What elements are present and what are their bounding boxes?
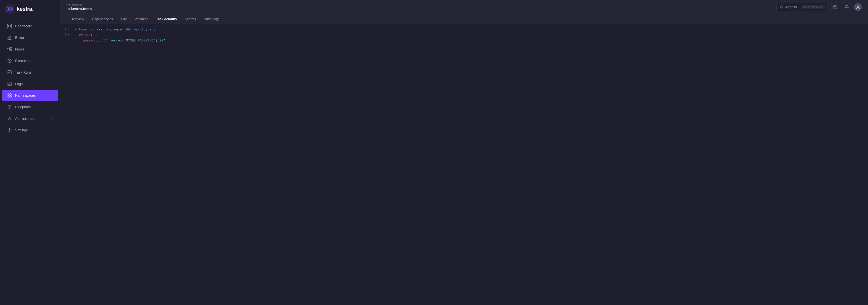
- grid-icon: [7, 24, 12, 29]
- tab-dependencies[interactable]: Dependencies: [88, 14, 117, 24]
- blueprint-icon: [7, 104, 12, 109]
- line-number-2: 2 ∨: [60, 33, 73, 37]
- sidebar-item-label: Editor: [15, 36, 24, 40]
- search-box[interactable]: Jump to... Ctrl/Cmd + K: [776, 3, 828, 11]
- code-line-4: 4 ∨: [60, 44, 868, 49]
- code-line-3: 3 ∨ password: "{{ secret('MYSQL_PASSWORD…: [60, 38, 868, 44]
- line-content-2: values:: [73, 33, 868, 37]
- help-icon: [833, 5, 837, 9]
- tab-overview[interactable]: Overview: [66, 14, 88, 24]
- kestra-logo-icon: [5, 4, 14, 13]
- svg-point-19: [9, 117, 10, 119]
- edit-icon: [7, 35, 12, 40]
- fold-toggle-2[interactable]: ∨: [67, 33, 69, 36]
- sidebar-item-label: Task Runs: [15, 70, 31, 74]
- svg-point-20: [9, 130, 10, 131]
- user-icon: [856, 5, 860, 9]
- svg-rect-5: [10, 24, 11, 26]
- sidebar-item-task-runs[interactable]: Task Runs: [2, 67, 58, 78]
- namespace-icon: [7, 93, 12, 98]
- sidebar-item-label: Dashboard: [15, 24, 32, 28]
- svg-point-25: [857, 6, 859, 7]
- tab-secrets[interactable]: Secrets: [181, 14, 200, 24]
- svg-rect-17: [10, 96, 11, 97]
- search-placeholder: Jump to...: [785, 5, 800, 9]
- logo-area[interactable]: kestra.: [0, 0, 60, 18]
- page-title: io.kestra.tests: [66, 6, 92, 11]
- search-shortcut: Ctrl/Cmd + K: [802, 5, 825, 9]
- sidebar-item-label: Blueprints: [15, 105, 31, 109]
- code-line-2: 2 ∨ values:: [60, 33, 868, 38]
- sidebar-item-flows[interactable]: Flows: [2, 44, 58, 55]
- code-line-1: 1 ∨ - type: io.kestra.plugin.jdbc.mysql.…: [60, 27, 868, 33]
- sidebar-item-label: Administration: [15, 116, 37, 121]
- header-actions: Jump to... Ctrl/Cmd + K: [776, 3, 862, 11]
- sidebar-item-administration[interactable]: Administration ›: [2, 113, 58, 124]
- svg-rect-15: [10, 94, 11, 95]
- line-number-4: 4 ∨: [60, 44, 73, 48]
- sidebar-item-label: Logs: [15, 82, 23, 86]
- notifications-button[interactable]: [842, 3, 851, 11]
- avatar[interactable]: [854, 3, 862, 11]
- sidebar-item-label: Flows: [15, 47, 24, 51]
- line-content-3: password: "{{ secret('MYSQL_PASSWORD') }…: [73, 39, 868, 42]
- tab-variables[interactable]: Variables: [131, 14, 152, 24]
- top-header: Namespaces io.kestra.tests Jump to... Ct…: [60, 0, 868, 14]
- logo-text: kestra.: [17, 6, 33, 12]
- sidebar-item-label: Executions: [15, 59, 32, 63]
- svg-rect-4: [7, 24, 9, 26]
- sidebar-item-label: Namespaces: [15, 94, 36, 98]
- tab-audit-logs[interactable]: Audit Logs: [200, 14, 223, 24]
- nav-items: Dashboard Editor Flows: [0, 18, 60, 305]
- main-content: Namespaces io.kestra.tests Jump to... Ct…: [60, 0, 868, 305]
- sidebar-item-logs[interactable]: Logs: [2, 78, 58, 90]
- svg-rect-8: [7, 48, 9, 49]
- svg-rect-7: [10, 27, 11, 28]
- line-number-1: 1 ∨: [60, 28, 73, 31]
- svg-point-24: [835, 8, 835, 8]
- bell-icon: [844, 5, 849, 9]
- sidebar-item-settings[interactable]: Settings: [2, 125, 58, 136]
- keyboard-icon: [803, 6, 806, 8]
- sidebar-item-blueprints[interactable]: Blueprints: [2, 102, 58, 112]
- log-icon: [7, 81, 12, 87]
- breadcrumb-label: Namespaces: [66, 3, 92, 6]
- tab-task-defaults[interactable]: Task defaults: [152, 14, 181, 24]
- settings-icon: [7, 128, 12, 133]
- tab-edit[interactable]: Edit: [117, 14, 130, 24]
- tabs-bar: Overview Dependencies Edit Variables Tas…: [60, 14, 868, 24]
- fold-toggle-1[interactable]: ∨: [67, 28, 69, 31]
- clock-icon: [7, 58, 12, 63]
- flow-icon: [7, 47, 12, 52]
- svg-rect-12: [8, 71, 11, 74]
- svg-rect-14: [8, 94, 9, 95]
- sidebar-item-dashboard[interactable]: Dashboard: [2, 21, 58, 32]
- sidebar-item-namespaces[interactable]: Namespaces: [2, 90, 58, 101]
- sidebar-item-executions[interactable]: Executions: [2, 55, 58, 66]
- help-button[interactable]: [831, 3, 839, 11]
- svg-rect-22: [804, 6, 806, 8]
- sidebar-item-editor[interactable]: Editor: [2, 32, 58, 43]
- sidebar-item-label: Settings: [15, 128, 28, 132]
- task-icon: [7, 70, 12, 75]
- svg-rect-16: [8, 96, 9, 97]
- line-number-3: 3 ∨: [60, 39, 73, 42]
- breadcrumb: Namespaces io.kestra.tests: [66, 3, 92, 11]
- svg-point-21: [780, 5, 782, 8]
- code-editor[interactable]: 1 ∨ - type: io.kestra.plugin.jdbc.mysql.…: [60, 24, 868, 305]
- svg-rect-6: [7, 27, 9, 28]
- search-icon: [780, 5, 783, 9]
- line-content-1: - type: io.kestra.plugin.jdbc.mysql.Quer…: [73, 28, 868, 31]
- svg-point-3: [9, 8, 10, 10]
- admin-icon: [7, 116, 12, 121]
- chevron-right-icon: ›: [52, 117, 53, 120]
- sidebar: kestra. Dashboard Editor: [0, 0, 60, 305]
